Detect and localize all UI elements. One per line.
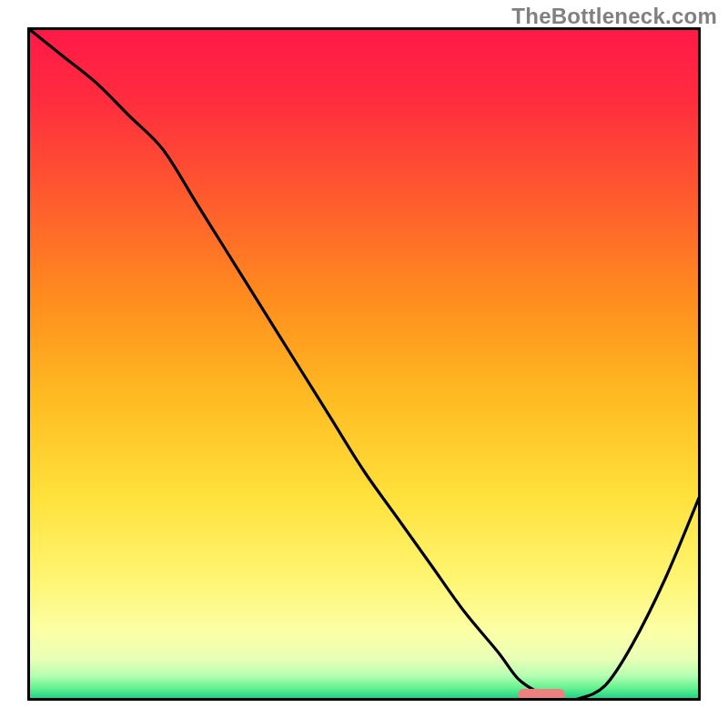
watermark-text: TheBottleneck.com	[511, 4, 717, 29]
chart-svg	[27, 27, 701, 701]
plot-background	[29, 29, 699, 699]
plot-area	[27, 27, 701, 701]
chart-container: TheBottleneck.com	[0, 0, 728, 728]
